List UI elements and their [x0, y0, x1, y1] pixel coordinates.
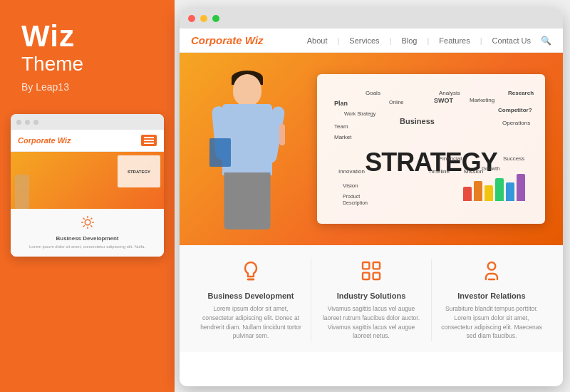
chart-bar-2 [474, 181, 482, 201]
svg-line-8 [90, 218, 91, 219]
investor-icon [480, 259, 503, 286]
browser-maximize-button[interactable] [212, 15, 219, 22]
feature-title-3: Investor Relations [457, 292, 525, 300]
wb-word-success: Success [503, 155, 524, 162]
chart-bar-5 [506, 182, 514, 201]
svg-point-14 [488, 262, 496, 270]
chart-bar-3 [484, 185, 493, 201]
desktop-browser-mockup: Corporate Wiz About | Services | Blog | … [180, 9, 563, 386]
nav-contact[interactable]: Contact Us [492, 36, 531, 45]
app-subtitle: Theme [21, 53, 83, 76]
svg-rect-11 [373, 262, 380, 269]
browser-close-button[interactable] [188, 15, 195, 22]
svg-rect-13 [373, 273, 380, 279]
mini-logo: Corporate Wiz [18, 136, 71, 145]
feature-business-development: Business Development Lorem ipsum dolor s… [191, 259, 311, 341]
wb-word-description: Description [343, 200, 368, 205]
nav-divider: | [480, 36, 482, 45]
nav-divider: | [390, 36, 392, 45]
search-icon[interactable]: 🔍 [541, 36, 551, 46]
svg-point-0 [85, 220, 90, 225]
feature-text-2: Vivamus sagittis lacus vel augue laoreet… [318, 304, 424, 341]
features-section: Business Development Lorem ipsum dolor s… [180, 245, 563, 352]
hero-whiteboard: Goals Analysis Plan Online SWOT Marketin… [317, 74, 545, 224]
hero-section: Goals Analysis Plan Online SWOT Marketin… [180, 53, 563, 245]
wb-word-timeline: Timeline [428, 168, 450, 175]
wb-word-marketing: Marketing [470, 97, 494, 103]
nav-features[interactable]: Features [439, 36, 470, 45]
mini-hero-image: STRATEGY [11, 152, 164, 209]
mini-browser-mockup: Corporate Wiz STRATEGY [11, 114, 164, 257]
nav-menu: About | Services | Blog | Features | Con… [307, 36, 551, 46]
wb-word-swot: SWOT [434, 97, 453, 104]
mini-features: Business Development Lorem ipsum dolor s… [11, 209, 164, 257]
site-navigation: Corporate Wiz About | Services | Blog | … [180, 29, 563, 53]
mini-feature-text: Lorem ipsum dolor sit amet, consectetur … [29, 244, 145, 249]
person-head [233, 74, 261, 106]
wb-word-competitor: Competitor? [498, 107, 532, 113]
feature-title-2: Industry Solutions [337, 292, 406, 300]
feature-text-3: Surabiture blandit tempus porttitor. Lor… [439, 304, 544, 341]
wb-word-plan: Plan [334, 100, 348, 107]
wb-word-vision: Vision [343, 182, 358, 189]
mini-strategy-text: STRATEGY [128, 170, 150, 174]
wb-word-growth: Growth [482, 165, 500, 172]
left-panel: Wiz Theme By Leap13 Corporate Wiz STRATE… [0, 0, 175, 392]
bulb-icon [239, 259, 262, 286]
person-hand [279, 124, 285, 145]
wb-word-business: Business [400, 117, 435, 125]
wb-word-innovation: Innovation [338, 168, 365, 175]
browser-minimize-button[interactable] [200, 15, 207, 22]
hero-person [201, 67, 294, 245]
wb-word-product: Product [343, 194, 360, 199]
mini-hamburger-button[interactable] [141, 135, 157, 146]
chart-bar-6 [517, 174, 525, 201]
person-folder [209, 138, 231, 167]
feature-title-1: Business Development [207, 292, 294, 300]
nav-blog[interactable]: Blog [401, 36, 417, 45]
wb-word-team: Team [334, 123, 348, 130]
mini-browser-header: Corporate Wiz [11, 130, 164, 152]
industry-icon [360, 259, 383, 286]
mini-browser-bar [11, 114, 164, 130]
nav-divider: | [338, 36, 340, 45]
whiteboard-content: Goals Analysis Plan Online SWOT Marketin… [328, 84, 534, 215]
wb-word-work-strategy: Work Strategy [344, 111, 375, 116]
nav-divider: | [427, 36, 429, 45]
app-title: Wiz [21, 21, 75, 51]
person-body [201, 67, 294, 245]
wb-word-online: Online [389, 100, 403, 105]
wb-word-operations: Operations [502, 120, 530, 126]
svg-line-7 [83, 226, 84, 227]
logo-text: Corporate [191, 34, 242, 46]
feature-text-1: Lorem ipsum dolor sit amet, consectetur … [198, 304, 304, 341]
wb-word-market: Market [334, 134, 351, 140]
svg-line-3 [83, 218, 84, 219]
nav-about[interactable]: About [307, 36, 328, 45]
mini-whiteboard: STRATEGY [118, 155, 160, 187]
logo-italic: Wiz [245, 34, 264, 46]
nav-services[interactable]: Services [349, 36, 379, 45]
whiteboard-chart [463, 174, 525, 201]
mini-person [15, 175, 29, 209]
mini-dot-1 [16, 120, 21, 125]
feature-industry-solutions: Industry Solutions Vivamus sagittis lacu… [311, 259, 432, 341]
feature-investor-relations: Investor Relations Surabiture blandit te… [432, 259, 551, 341]
hamburger-line [144, 140, 154, 141]
chart-bar-1 [463, 187, 472, 201]
person-pants [224, 172, 271, 229]
wb-word-goals: Goals [366, 90, 380, 96]
svg-line-4 [90, 226, 91, 227]
mini-feature-title: Business Development [56, 235, 118, 242]
chart-bar-4 [495, 178, 504, 201]
app-byline: By Leap13 [21, 81, 69, 93]
mini-dot-2 [25, 120, 30, 125]
svg-rect-12 [363, 273, 369, 279]
site-logo: Corporate Wiz [191, 34, 264, 46]
hamburger-line [144, 137, 154, 138]
mini-dot-3 [33, 120, 38, 125]
hamburger-line [144, 143, 154, 144]
wb-word-analysis: Analysis [439, 90, 460, 96]
svg-rect-10 [363, 262, 369, 269]
browser-chrome-bar [180, 9, 563, 29]
